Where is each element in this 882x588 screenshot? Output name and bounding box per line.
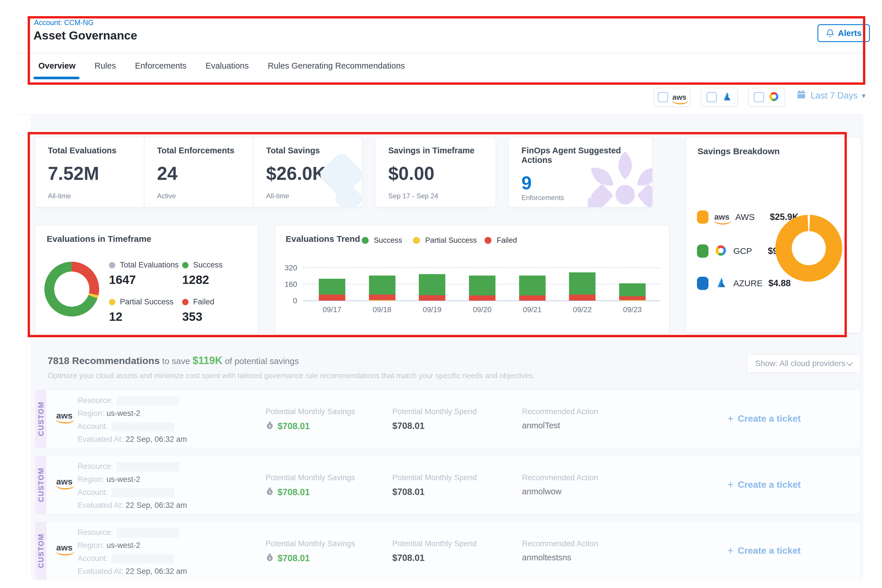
trend-bar-09/18: 09/18 <box>369 267 396 301</box>
gcp-checkbox[interactable] <box>754 92 764 102</box>
tab-enforcements[interactable]: Enforcements <box>135 61 186 70</box>
cloud-provider-filter-dropdown[interactable]: Show: All cloud providers <box>747 354 861 373</box>
x-axis-label: 09/23 <box>606 305 659 314</box>
bar-segment <box>319 279 345 295</box>
legend-success: Success 1282 <box>182 261 222 287</box>
potential-monthly-spend: Potential Monthly Spend $708.01 <box>392 473 477 497</box>
legend-failed: Failed 353 <box>182 297 214 324</box>
date-range-picker[interactable]: Last 7 Days ▾ <box>796 89 866 102</box>
recommended-action: Recommended Action anmolwow <box>522 473 598 496</box>
x-axis-label: 09/22 <box>556 305 609 314</box>
bar-segment <box>419 295 446 301</box>
resource-label: Resource: <box>78 462 113 471</box>
legend-label: Total Evaluations <box>120 261 179 270</box>
region-label: Region: <box>78 541 104 550</box>
x-axis-label: 09/20 <box>456 305 509 314</box>
evaluations-trend-card: Evaluations Trend Success Partial Succes… <box>275 225 669 334</box>
recommendations-count: 7818 Recommendations <box>48 355 160 366</box>
bar-segment <box>519 296 546 301</box>
header-divider <box>17 53 865 54</box>
bar-segment <box>419 274 446 295</box>
trend-bar-09/23: 09/23 <box>619 267 646 301</box>
date-range-label: Last 7 Days <box>810 90 858 101</box>
trend-legend-partial-success: Partial Success <box>413 236 477 245</box>
legend-total-evaluations: Total Evaluations 1647 <box>109 261 179 287</box>
savings-in-timeframe-card: Savings in Timeframe $0.00 Sep 17 - Sep … <box>376 138 495 207</box>
azure-icon <box>714 276 728 291</box>
stat-label: Total Evaluations <box>48 146 144 155</box>
account-label: Account: <box>78 554 108 562</box>
spend-value: $708.01 <box>392 487 477 497</box>
create-ticket-button[interactable]: +Create a ticket <box>727 544 801 557</box>
redacted-account-value <box>111 554 174 564</box>
gcp-legend-swatch <box>697 244 708 258</box>
bar-segment <box>569 295 596 301</box>
evaluated-label: Evaluated At: <box>78 567 123 576</box>
aws-checkbox[interactable] <box>658 92 668 102</box>
dropdown-value: Show: All cloud providers <box>755 359 845 368</box>
filter-provider-gcp[interactable] <box>748 88 785 106</box>
evaluations-in-timeframe-card: Evaluations in Timeframe Total Evaluatio… <box>35 225 258 334</box>
failed-dot <box>182 299 189 305</box>
bar-segment <box>619 300 646 301</box>
action-value: anmolwow <box>522 487 598 496</box>
provider-savings: $4.88 <box>768 278 791 288</box>
x-axis-label: 09/18 <box>356 305 409 314</box>
stat-value: 7.52M <box>48 163 144 184</box>
bar-segment <box>369 300 396 301</box>
bar-segment <box>569 272 596 295</box>
chevron-down-icon <box>846 359 853 366</box>
account-label: Account: <box>78 488 108 496</box>
column-label: Potential Monthly Savings <box>266 539 355 548</box>
column-label: Potential Monthly Spend <box>392 407 477 416</box>
stat-value: 24 <box>157 163 253 184</box>
column-label: Recommended Action <box>522 473 598 482</box>
spend-value: $708.01 <box>392 421 477 431</box>
money-bag-icon: $ <box>266 553 274 564</box>
resource-fields: Resource: Region: us-west-2 Account: Eva… <box>78 394 187 446</box>
redacted-account-value <box>111 488 174 498</box>
trend-bar-09/20: 09/20 <box>469 267 495 301</box>
card-title: Evaluations in Timeframe <box>47 234 152 244</box>
plus-icon: + <box>727 544 734 557</box>
spend-value: $708.01 <box>392 553 477 563</box>
tab-rules[interactable]: Rules <box>94 61 116 70</box>
custom-rule-tag: CUSTOM <box>36 456 46 514</box>
svg-text:$: $ <box>268 424 271 428</box>
tab-rules-generating-recommendations[interactable]: Rules Generating Recommendations <box>268 61 405 70</box>
bar-segment <box>319 295 345 301</box>
stat-label: Savings in Timeframe <box>388 146 495 155</box>
stat-label: Total Enforcements <box>157 146 253 155</box>
legend-partial-success: Partial Success 12 <box>109 297 174 324</box>
success-dot <box>362 237 369 244</box>
summary-stats-card: Total Evaluations 7.52M All-time Total E… <box>35 138 362 207</box>
legend-label: Success <box>193 261 222 270</box>
savings-value: $708.01 <box>278 553 310 564</box>
aws-legend-swatch <box>697 210 708 224</box>
azure-checkbox[interactable] <box>706 92 717 102</box>
create-ticket-button[interactable]: +Create a ticket <box>727 478 801 491</box>
account-breadcrumb[interactable]: Account: CCM-NG <box>34 18 94 27</box>
create-ticket-label: Create a ticket <box>738 545 801 556</box>
evaluated-value: 22 Sep, 06:32 am <box>126 567 187 576</box>
provider-name: AWS <box>735 212 764 222</box>
tab-overview[interactable]: Overview <box>38 61 75 70</box>
total-evaluations-dot <box>109 262 115 268</box>
create-ticket-button[interactable]: +Create a ticket <box>727 412 801 425</box>
bell-icon <box>826 29 834 38</box>
calendar-icon <box>796 89 807 102</box>
stat-value: $0.00 <box>388 163 495 184</box>
action-value: anmoltestsns <box>522 553 598 562</box>
filter-provider-azure[interactable] <box>701 88 738 106</box>
stat-sub: All-time <box>48 192 144 200</box>
provider-name: GCP <box>733 246 762 256</box>
filter-provider-aws[interactable]: aws <box>654 88 691 106</box>
tab-evaluations[interactable]: Evaluations <box>206 61 249 70</box>
aws-icon: aws <box>56 543 73 552</box>
region-value: us-west-2 <box>106 409 140 418</box>
trend-bar-09/21: 09/21 <box>519 267 546 301</box>
custom-rule-tag: CUSTOM <box>36 390 46 448</box>
column-label: Potential Monthly Spend <box>392 539 477 548</box>
alerts-button[interactable]: Alerts <box>818 24 870 42</box>
trend-legend-success: Success <box>362 236 402 245</box>
